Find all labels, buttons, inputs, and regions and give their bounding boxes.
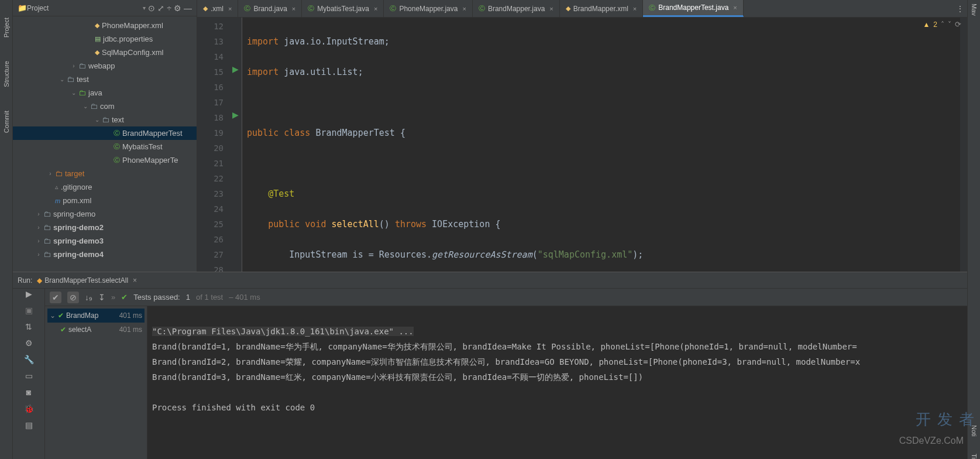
test-icon: ◆ [37,276,42,285]
close-icon[interactable]: × [374,5,377,12]
folder-icon: 🗀 [78,61,86,70]
tree-folder[interactable]: ›🗀target [13,167,197,180]
run-label: Run: [18,276,32,285]
tree-file[interactable]: ⒸPhoneMapperTe [13,153,197,167]
editor-body[interactable]: 12 13 14 15 16 17 18 19 20 21 22 23 24 2… [197,18,967,272]
rail-commit[interactable]: Commit [3,111,10,133]
check-icon: ✔ [58,311,64,320]
console-output[interactable]: "C:\Program Files\Java\jdk1.8.0_161\bin\… [147,306,967,459]
tree-folder[interactable]: ⌄🗀test [13,73,197,86]
sort-icon[interactable]: ↓₉ [85,293,92,302]
test-root[interactable]: ⌄ ✔ BrandMap 401 ms [47,309,145,323]
close-icon[interactable]: × [549,5,553,12]
chevron-down-icon: ▾ [143,5,146,11]
close-icon[interactable]: × [633,5,637,12]
rail-structure[interactable]: Structure [3,61,10,87]
rail-maven[interactable]: Mav [971,4,978,16]
chevron-down-icon: ⌄ [50,311,56,320]
settings-icon[interactable]: ⚙ [25,338,33,348]
tab-mybatistest[interactable]: ⒸMybatisTest.java× [302,0,384,17]
tree-folder[interactable]: ›🗀spring-demo3 [13,234,197,248]
editor-pane: ◆.xml× ⒸBrand.java× ⒸMybatisTest.java× Ⓒ… [197,0,967,272]
tab-brandmapper[interactable]: ⒸBrandMapper.java× [473,0,560,17]
tree-file[interactable]: ◆SqlMapConfig.xml [13,46,197,59]
tree-folder[interactable]: ›🗀spring-demo2 [13,221,197,234]
tree-file[interactable]: ⒸMybatisTest [13,140,197,153]
close-icon[interactable]: × [462,5,466,12]
chevron-right-icon: › [34,224,43,231]
watermark-text-2: CSDeVZe.CoM [899,436,964,446]
wrench-icon[interactable]: 🔧 [24,355,34,364]
run-tool-window: Run: ◆ BrandMapperTest.selectAll × ▶ ▣ ⇅… [13,272,967,459]
run-gutter-icon[interactable]: ▶ [229,110,242,125]
tree-folder[interactable]: ›🗀spring-demo [13,207,197,221]
pin-icon[interactable]: ⇅ [25,322,32,331]
chevron-down-icon[interactable]: ˅ [948,20,951,29]
code-area[interactable]: import import java.io.InputStream;java.i… [242,18,960,272]
xml-icon: ◆ [566,5,570,12]
tab-brandmappertest[interactable]: ⒸBrandMapperTest.java× [643,0,744,17]
rerun-icon[interactable]: ▶ [26,289,32,299]
java-class-icon: Ⓒ [114,129,120,138]
close-icon[interactable]: × [228,5,232,12]
maven-icon: m [55,197,60,204]
gutter-icons: ▶ ▶ [229,18,242,272]
test-tree[interactable]: ⌄ ✔ BrandMap 401 ms ✔ selectA 401 ms [45,306,147,459]
tree-folder[interactable]: ⌄🗀com [13,100,197,113]
run-config[interactable]: ◆ BrandMapperTest.selectAll × [37,276,137,285]
select-opened-file-icon[interactable]: ⊙ [148,4,155,13]
hide-icon[interactable]: — [184,4,192,13]
tree-folder[interactable]: ›🗀spring-demo4 [13,248,197,261]
tree-file[interactable]: ◆PhoneMapper.xml [13,19,197,32]
tree-file[interactable]: mpom.xml [13,194,197,207]
check-icon: ✔ [60,326,66,334]
filter-icon[interactable]: ↧ [98,293,105,302]
folder-icon: 🗀 [55,169,63,178]
tree-folder[interactable]: ⌄🗀java [13,86,197,100]
expand-all-icon[interactable]: ⤢ [157,4,164,13]
java-class-icon: Ⓒ [244,4,250,13]
tab-phonemapper[interactable]: ⒸPhoneMapper.java× [384,0,473,17]
module-icon: 🗀 [43,223,51,232]
tree-folder[interactable]: ›🗀webapp [13,59,197,73]
tree-folder[interactable]: ⌄🗀text [13,113,197,126]
test-leaf[interactable]: ✔ selectA 401 ms [47,323,145,337]
watermark-text: 开 发 者 [916,409,975,430]
close-icon[interactable]: × [133,276,137,285]
folder-icon: 🗀 [90,102,98,111]
java-class-icon: Ⓒ [114,142,120,151]
project-title: Project [27,4,143,12]
run-toolbar: ✔ ⊘ ↓₉ ↧ » ✔ Tests passed: 1 of 1 test –… [45,289,967,306]
tab-list-icon[interactable]: ⋮ [953,0,967,17]
rail-tt[interactable]: Ti [971,454,978,459]
bug-icon[interactable]: 🐞 [24,404,34,413]
project-tree[interactable]: ◆PhoneMapper.xml ▤jdbc.properties ◆SqlMa… [13,16,197,272]
close-icon[interactable]: × [292,5,295,12]
chevron-up-icon[interactable]: ˄ [941,20,944,29]
check-icon[interactable]: ✔ [50,292,61,303]
tab-brand[interactable]: ⒸBrand.java× [238,0,302,17]
tab-brandmapper-xml[interactable]: ◆BrandMapper.xml× [560,0,643,17]
gear-icon[interactable]: ⚙ [174,4,181,13]
chevron-right-icon: › [34,238,43,244]
run-toolbar-left: ▶ ▣ ⇅ ⚙ 🔧 ▭ ◙ 🐞 ▤ [13,289,45,459]
left-tool-rail: Project Structure Commit [0,0,13,459]
tab-xml[interactable]: ◆.xml× [197,0,238,17]
run-gutter-icon[interactable]: ▶ [229,64,242,80]
disabled-icon[interactable]: ⊘ [67,292,79,303]
tree-file[interactable]: ▤jdbc.properties [13,32,197,46]
tree-file[interactable]: ▵.gitignore [13,180,197,194]
export-icon[interactable]: ▭ [25,371,33,381]
chevron-right-icon: › [34,251,43,258]
camera-icon[interactable]: ◙ [26,388,31,397]
tree-file-selected[interactable]: ⒸBrandMapperTest [13,126,197,140]
collapse-all-icon[interactable]: ÷ [167,4,171,13]
close-icon[interactable]: × [733,4,737,11]
tests-passed-label: Tests passed: [133,293,180,302]
inspection-widget[interactable]: ▲ 2 ˄ ˅ ⟳ [923,20,961,29]
exit-icon[interactable]: ▤ [25,420,33,430]
stop-icon[interactable]: ▣ [25,306,33,315]
rail-project[interactable]: Project [3,18,10,37]
refresh-icon[interactable]: ⟳ [955,20,961,29]
error-stripe[interactable] [960,18,967,272]
